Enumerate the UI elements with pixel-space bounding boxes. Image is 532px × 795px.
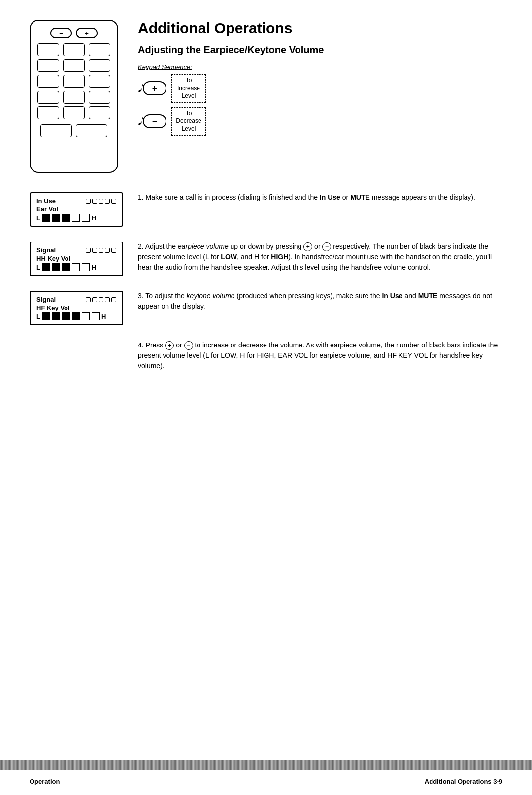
dot xyxy=(92,199,97,204)
page: − + xyxy=(0,0,532,795)
in-use-bold-2: In Use xyxy=(382,292,402,300)
remote-key xyxy=(37,75,59,88)
keypad-sequences: 𝅘𝅥𝅮 + ToIncreaseLevel 𝅘𝅥𝅮 − ToDecreaseLe… xyxy=(138,74,502,136)
signal-label-2: Signal xyxy=(36,296,56,303)
bar-filled xyxy=(62,214,70,222)
bar-filled xyxy=(62,312,70,320)
hf-vol-bar-row: L H xyxy=(36,312,116,320)
remote-key xyxy=(89,106,110,119)
remote-key xyxy=(63,43,85,56)
dot xyxy=(86,297,91,302)
display-panels-section: In Use Ear Vol L xyxy=(30,192,502,371)
bar-filled xyxy=(42,214,50,222)
section-title: Adjusting the Earpiece/Keytone Volume xyxy=(138,43,502,56)
vol-h: H xyxy=(92,214,96,222)
bar-empty xyxy=(92,312,100,320)
vol-h-3: H xyxy=(101,313,106,320)
dot xyxy=(111,297,116,302)
remote-row-4 xyxy=(37,91,110,104)
step-3-number: 3. xyxy=(138,292,145,300)
remote-key xyxy=(37,106,59,119)
right-section: Additional Operations Adjusting the Earp… xyxy=(138,20,502,173)
remote-key xyxy=(37,91,59,104)
plus-circle-icon: + xyxy=(303,242,312,251)
footer-left: Operation xyxy=(30,778,60,785)
do-not-underline: do not xyxy=(473,292,492,300)
increase-row: 𝅘𝅥𝅮 + ToIncreaseLevel xyxy=(138,74,502,103)
remote-key xyxy=(89,75,110,88)
remote-key xyxy=(89,43,110,56)
dot xyxy=(105,297,110,302)
remote-rect xyxy=(76,124,107,137)
remote-key xyxy=(89,59,110,72)
hh-vol-bar-row: L H xyxy=(36,263,116,271)
remote-row-5 xyxy=(37,106,110,119)
increase-level-label: ToIncreaseLevel xyxy=(171,74,206,103)
dot xyxy=(99,248,103,253)
dot xyxy=(86,199,91,204)
dot xyxy=(92,297,97,302)
ear-vol-panel: In Use Ear Vol L xyxy=(30,192,123,227)
remote-row-3 xyxy=(37,75,110,88)
remote-minus-btn: − xyxy=(50,28,72,38)
dot xyxy=(99,199,103,204)
footer-text: Operation Additional Operations 3-9 xyxy=(30,778,502,785)
remote-bottom-pair xyxy=(40,124,107,137)
hh-key-vol-panel: Signal HH Key Vol L xyxy=(30,242,123,276)
vol-l-3: L xyxy=(36,313,40,320)
low-bold: LOW xyxy=(221,253,237,261)
dot xyxy=(86,248,91,253)
step-4-number: 4. xyxy=(138,341,146,349)
step-4-text: 4. Press + or − to increase or decrease … xyxy=(138,340,502,371)
footer-bar xyxy=(0,760,532,770)
remote-key xyxy=(63,75,85,88)
remote-key xyxy=(63,91,85,104)
remote-row-2 xyxy=(37,59,110,72)
bar-filled xyxy=(42,312,50,320)
panel-row-1: In Use Ear Vol L xyxy=(30,192,502,227)
dot xyxy=(99,297,103,302)
step-1-number: 1. xyxy=(138,193,146,201)
panel-row-3: Signal HF Key Vol L xyxy=(30,291,502,325)
vol-l: L xyxy=(36,214,40,222)
panel-row-4: 4. Press + or − to increase or decrease … xyxy=(30,340,502,371)
dot xyxy=(105,199,110,204)
plus-circle-icon-2: + xyxy=(165,341,174,350)
signal-dots xyxy=(86,199,116,204)
remote-top-row: − + xyxy=(50,28,98,38)
signal-dots-3 xyxy=(86,297,116,302)
panel-row-2: Signal HH Key Vol L xyxy=(30,242,502,276)
bar-filled xyxy=(52,214,60,222)
dot xyxy=(111,199,116,204)
vol-l-2: L xyxy=(36,264,40,271)
dot xyxy=(111,248,116,253)
ear-vol-bar-row: L H xyxy=(36,214,116,222)
remote-plus-btn: + xyxy=(76,28,98,38)
footer-right: Additional Operations 3-9 xyxy=(425,778,502,785)
bar-filled xyxy=(62,263,70,271)
remote-key xyxy=(63,106,85,119)
remote-key xyxy=(37,59,59,72)
signal-dots-2 xyxy=(86,248,116,253)
bar-empty xyxy=(82,312,90,320)
decrease-level-label: ToDecreaseLevel xyxy=(171,107,206,136)
keytone-italic: keytone volume xyxy=(187,292,235,300)
minus-circle-icon-2: − xyxy=(184,341,193,350)
step-1-text: 1. Make sure a call is in process (diali… xyxy=(138,192,502,203)
bar-filled xyxy=(42,263,50,271)
high-bold: HIGH xyxy=(271,253,288,261)
remote-key xyxy=(37,43,59,56)
remote-key xyxy=(63,59,85,72)
bar-empty xyxy=(82,214,90,222)
plus-button: + xyxy=(143,81,166,95)
remote-rect xyxy=(40,124,72,137)
step-3-text: 3. To adjust the keytone volume (produce… xyxy=(138,291,502,311)
hh-key-vol-label: HH Key Vol xyxy=(36,255,116,262)
signal-label-1: Signal xyxy=(36,246,56,254)
page-title: Additional Operations xyxy=(138,20,502,36)
hf-key-vol-panel: Signal HF Key Vol L xyxy=(30,291,123,325)
panel-top-row-3: Signal xyxy=(36,296,116,303)
mute-bold: MUTE xyxy=(350,193,370,201)
bar-empty xyxy=(82,263,90,271)
in-use-bold: In Use xyxy=(320,193,340,201)
